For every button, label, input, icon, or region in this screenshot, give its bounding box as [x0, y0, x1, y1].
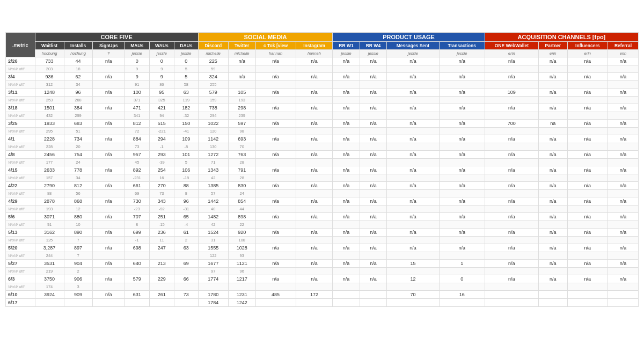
- data-cell: [608, 299, 638, 307]
- wow-cell: [360, 205, 386, 213]
- table-row: 4/222790812n/a661270881385830n/an/an/an/…: [6, 182, 639, 190]
- data-cell: 733: [35, 57, 64, 65]
- data-cell: n/a: [228, 57, 255, 65]
- wow-cell: [255, 112, 296, 120]
- wow-cell: [92, 65, 125, 73]
- wow-cell: 94: [149, 112, 174, 120]
- wow-cell: 98: [228, 128, 255, 135]
- data-cell: n/a: [608, 89, 638, 97]
- wow-cell: [360, 268, 386, 275]
- wow-cell: 44: [228, 205, 255, 213]
- wow-cell: -18: [174, 174, 199, 182]
- data-cell: n/a: [333, 151, 360, 159]
- data-cell: n/a: [296, 244, 333, 252]
- data-cell: n/a: [608, 135, 638, 143]
- wow-cell: [538, 81, 567, 89]
- wow-cell: [439, 205, 485, 213]
- wow-cell: 58: [174, 81, 199, 89]
- data-cell: n/a: [255, 135, 296, 143]
- wow-cell: 9: [125, 65, 149, 73]
- wow-cell: [333, 97, 360, 104]
- reporter-waitlist: hochung: [35, 50, 64, 57]
- data-cell: 16: [439, 291, 485, 299]
- acquisition-header: ACQUISITION CHANNELS [fpo]: [485, 33, 638, 42]
- data-cell: 730: [125, 197, 149, 205]
- reporter-messages: jessie: [387, 50, 440, 57]
- data-cell: 579: [198, 89, 228, 97]
- data-cell: n/a: [538, 229, 567, 237]
- date-cell: 3/25: [6, 120, 35, 128]
- data-cell: n/a: [333, 182, 360, 190]
- data-cell: n/a: [439, 229, 485, 237]
- data-cell: n/a: [608, 120, 638, 128]
- date-cell: 3/11: [6, 89, 35, 97]
- wow-label: WoW diff: [6, 237, 35, 244]
- data-cell: [485, 291, 538, 299]
- wow-cell: 371: [125, 97, 149, 104]
- wow-cell: [360, 65, 386, 73]
- wow-label: WoW diff: [6, 174, 35, 182]
- wow-cell: [228, 283, 255, 291]
- data-cell: 3924: [35, 291, 64, 299]
- data-cell: 1022: [198, 120, 228, 128]
- wow-cell: -15: [149, 221, 174, 229]
- wow-cell: 193: [35, 205, 64, 213]
- data-cell: n/a: [296, 260, 333, 268]
- data-cell: n/a: [485, 104, 538, 112]
- wow-cell: [567, 205, 608, 213]
- wow-label: WoW diff: [6, 221, 35, 229]
- wow-cell: [255, 65, 296, 73]
- data-cell: 2228: [35, 135, 64, 143]
- data-cell: n/a: [333, 73, 360, 81]
- data-cell: n/a: [92, 73, 125, 81]
- wow-cell: [387, 190, 440, 197]
- wow-cell: 125: [35, 237, 64, 244]
- wow-cell: [333, 159, 360, 166]
- data-cell: n/a: [333, 244, 360, 252]
- wow-cell: [485, 81, 538, 89]
- data-cell: 1933: [35, 120, 64, 128]
- data-cell: n/a: [608, 275, 638, 283]
- wow-cell: [387, 174, 440, 182]
- data-cell: [333, 299, 360, 307]
- data-cell: na: [538, 120, 567, 128]
- wow-cell: -1: [125, 237, 149, 244]
- wow-cell: [439, 268, 485, 275]
- data-cell: 63: [174, 89, 199, 97]
- wow-label: WoW diff: [6, 252, 35, 260]
- data-cell: n/a: [567, 244, 608, 252]
- date-cell: 5/13: [6, 229, 35, 237]
- wow-cell: [255, 97, 296, 104]
- data-cell: 957: [125, 151, 149, 159]
- wow-label: WoW diff: [6, 97, 35, 104]
- wow-cell: [149, 252, 174, 260]
- wow-cell: 3: [64, 283, 92, 291]
- wow-cell: [360, 97, 386, 104]
- reporter-webwallet: erin: [485, 50, 538, 57]
- data-cell: n/a: [296, 89, 333, 97]
- reporter-maus: jessie: [125, 50, 149, 57]
- wow-cell: [149, 283, 174, 291]
- wow-cell: [92, 252, 125, 260]
- col-instagram: Instagram: [296, 42, 333, 50]
- data-cell: 699: [125, 229, 149, 237]
- reporter-signups: ?: [92, 50, 125, 57]
- data-cell: n/a: [333, 135, 360, 143]
- data-cell: 88: [174, 182, 199, 190]
- wow-cell: 70: [228, 143, 255, 151]
- wow-cell: [485, 112, 538, 120]
- wow-cell: [296, 97, 333, 104]
- data-cell: [387, 299, 440, 307]
- col-header-row: Waitlist Installs SignUps MAUs WAUs DAUs…: [6, 42, 639, 50]
- data-cell: [538, 299, 567, 307]
- wow-cell: [608, 205, 638, 213]
- data-cell: n/a: [92, 291, 125, 299]
- data-cell: n/a: [387, 166, 440, 174]
- table-row: 3/251933683n/a8125151501022597n/an/an/an…: [6, 120, 639, 128]
- wow-cell: 91: [35, 221, 64, 229]
- data-cell: 1242: [228, 299, 255, 307]
- data-cell: 105: [228, 89, 255, 97]
- wow-cell: [538, 159, 567, 166]
- wow-cell: [255, 221, 296, 229]
- data-cell: 1248: [35, 89, 64, 97]
